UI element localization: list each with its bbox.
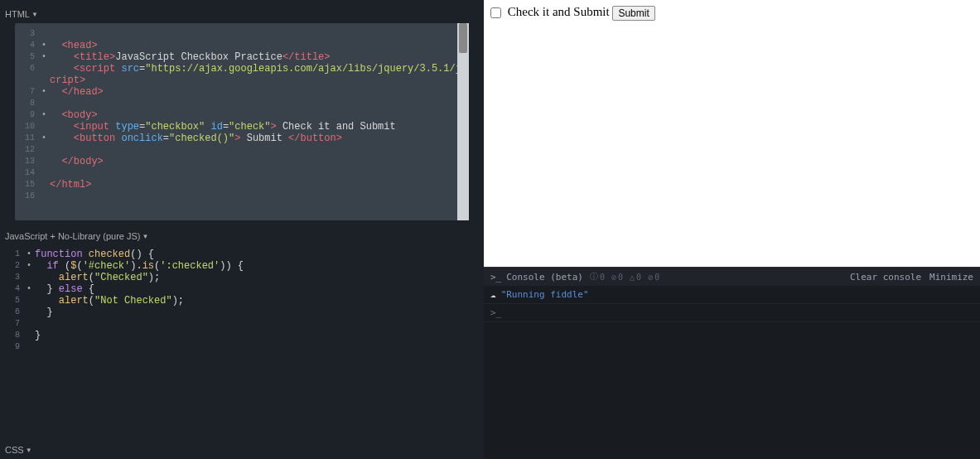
html-panel-label: HTML	[5, 9, 30, 19]
warning-icon: △	[630, 273, 635, 282]
console-log-row: ☁ "Running fiddle"	[484, 286, 980, 304]
console-prompt-icon: >_	[490, 272, 501, 283]
minimize-console-button[interactable]: Minimize	[929, 272, 973, 283]
console-warn-count: 0	[636, 273, 641, 282]
console-bar: >_ Console (beta) ⓘ0 ⊘0 △0 ⊘0 Clear cons…	[484, 268, 980, 286]
right-column: Check it and Submit Submit >_ Console (b…	[484, 0, 980, 459]
left-column: HTML▼ 345678910111213141516 ••••• <head>…	[0, 0, 484, 459]
console-error-count: 0	[618, 273, 623, 282]
js-panel-header[interactable]: JavaScript + No-Library (pure JS)▼	[0, 227, 484, 245]
output-checkbox-label: Check it and Submit	[508, 5, 610, 18]
chevron-down-icon: ▼	[26, 442, 32, 459]
html-editor[interactable]: 345678910111213141516 ••••• <head> <titl…	[15, 23, 469, 220]
js-editor[interactable]: 123456789 ••• function checked() { if ($…	[0, 245, 484, 441]
clear-console-button[interactable]: Clear console	[850, 272, 921, 283]
cloud-icon: ☁	[490, 289, 496, 300]
console-input-row[interactable]: >_	[484, 304, 980, 322]
css-panel-label: CSS	[5, 445, 24, 455]
output-checkbox[interactable]	[490, 7, 501, 18]
debug-icon: ⊘	[648, 273, 653, 282]
chevron-down-icon: ▼	[31, 6, 38, 24]
console-running-msg: "Running fiddle"	[501, 289, 589, 300]
console-panel: >_ Console (beta) ⓘ0 ⊘0 △0 ⊘0 Clear cons…	[484, 267, 980, 459]
output-pane: Check it and Submit Submit	[484, 0, 980, 267]
console-body: ☁ "Running fiddle" >_	[484, 286, 980, 459]
console-title: Console (beta)	[506, 272, 583, 283]
js-panel-label: JavaScript + No-Library (pure JS)	[5, 231, 141, 241]
info-icon: ⓘ	[590, 271, 598, 283]
chevron-down-icon: ▼	[142, 228, 149, 246]
output-submit-button[interactable]: Submit	[612, 6, 654, 21]
scrollbar-thumb[interactable]	[459, 23, 467, 53]
html-panel-header[interactable]: HTML▼	[0, 5, 484, 23]
console-info-count: 0	[600, 273, 605, 282]
scrollbar[interactable]	[457, 23, 469, 220]
error-icon: ⊘	[611, 273, 616, 282]
jsfiddle-editor: HTML▼ 345678910111213141516 ••••• <head>…	[0, 0, 980, 459]
console-input-prompt: >_	[490, 307, 501, 318]
css-panel-header[interactable]: CSS▼	[0, 441, 484, 459]
console-debug-count: 0	[654, 273, 659, 282]
